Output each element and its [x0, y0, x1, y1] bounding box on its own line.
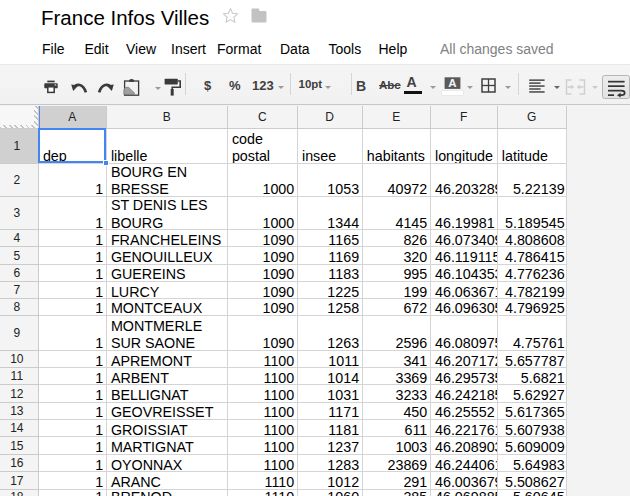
svg-text:A: A: [448, 77, 456, 89]
